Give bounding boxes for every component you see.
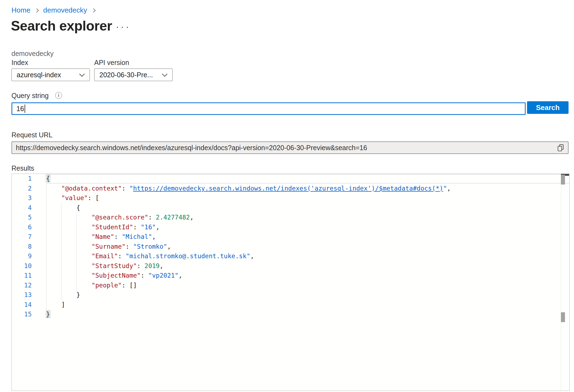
results-json-editor[interactable]: 1{2 "@odata.context": "https://demovedec…: [11, 174, 570, 391]
chevron-down-icon: [79, 71, 85, 77]
line-number: 12: [12, 281, 46, 290]
line-number: 14: [12, 300, 46, 310]
text-caret: [25, 105, 25, 113]
copy-icon: [557, 144, 564, 152]
info-circle-icon[interactable]: i: [55, 92, 62, 99]
line-number: 9: [12, 251, 46, 261]
query-input[interactable]: 16: [11, 102, 526, 115]
line-number: 2: [12, 184, 46, 194]
page-title: Search explorer: [11, 18, 112, 34]
line-number: 4: [12, 203, 46, 213]
line-number: 3: [12, 193, 46, 203]
code-line-1: 1{: [12, 174, 569, 184]
code-text: "StudentId": "16",: [46, 222, 569, 232]
breadcrumb-link-demovedecky[interactable]: demovedecky: [43, 6, 87, 14]
code-line-8: 8 "Surname": "Stromko",: [12, 242, 569, 252]
line-number: 7: [12, 232, 46, 242]
code-line-4: 4 {: [12, 203, 569, 213]
code-text: }: [46, 310, 569, 319]
page-subtitle: demovedecky: [11, 50, 54, 58]
search-button[interactable]: Search: [527, 101, 569, 114]
code-line-6: 6 "StudentId": "16",: [12, 222, 569, 232]
code-line-10: 10 "StartStudy": 2019,: [12, 261, 569, 271]
json-link[interactable]: https://demovedecky.search.windows.net/i…: [133, 185, 443, 192]
line-number: 15: [12, 310, 46, 319]
scrollbar-marker[interactable]: [561, 312, 565, 322]
breadcrumb-link-Home[interactable]: Home: [11, 6, 30, 14]
query-string-label: Query string: [11, 92, 49, 100]
more-options-button[interactable]: ···: [116, 21, 131, 32]
search-explorer-page: Homedemovedecky Search explorer ··· demo…: [0, 0, 574, 392]
line-number: 13: [12, 290, 46, 300]
code-line-15: 15}: [12, 310, 569, 319]
line-number: 5: [12, 213, 46, 222]
chevron-right-icon: [35, 8, 39, 13]
code-text: "value": [: [46, 193, 569, 203]
code-text: {: [46, 203, 569, 213]
copy-button[interactable]: [556, 143, 565, 153]
code-line-7: 7 "Name": "Michal",: [12, 232, 569, 242]
code-line-3: 3 "value": [: [12, 193, 569, 203]
code-line-11: 11 "SubjectName": "vp2021",: [12, 271, 569, 281]
code-line-5: 5 "@search.score": 2.4277482,: [12, 213, 569, 222]
line-number: 6: [12, 222, 46, 232]
index-dropdown-value: azuresql-index: [17, 71, 61, 79]
code-text: "people": []: [46, 281, 569, 290]
line-number: 1: [12, 174, 46, 184]
request-url-field[interactable]: https://demovedecky.search.windows.net/i…: [11, 141, 569, 154]
code-text: "@search.score": 2.4277482,: [46, 213, 569, 222]
code-text: "SubjectName": "vp2021",: [46, 271, 569, 281]
vertical-scrollbar-thumb[interactable]: [561, 175, 565, 185]
breadcrumb: Homedemovedecky: [11, 6, 100, 14]
line-number: 10: [12, 261, 46, 271]
index-dropdown[interactable]: azuresql-index: [11, 69, 90, 81]
api-version-dropdown-value: 2020-06-30-Pre...: [99, 71, 153, 79]
scrollbar-track: [561, 174, 561, 391]
code-text: "Surname": "Stromko",: [46, 242, 569, 252]
code-text: {: [46, 174, 569, 184]
code-text: ]: [46, 300, 569, 310]
code-line-9: 9 "Email": "michal.stromko@.student.tuke…: [12, 251, 569, 261]
code-text: "Email": "michal.stromko@.student.tuke.s…: [46, 251, 569, 261]
index-label: Index: [11, 59, 28, 67]
line-number: 8: [12, 242, 46, 252]
request-url-label: Request URL: [11, 131, 52, 139]
chevron-down-icon: [162, 71, 167, 77]
api-version-dropdown[interactable]: 2020-06-30-Pre...: [94, 69, 173, 81]
code-text: }: [46, 290, 569, 300]
request-url-value: https://demovedecky.search.windows.net/i…: [16, 144, 367, 152]
code-text: "@odata.context": "https://demovedecky.s…: [46, 184, 569, 194]
chevron-right-icon: [91, 8, 96, 13]
query-input-value: 16: [16, 105, 24, 113]
api-version-label: API version: [94, 59, 129, 67]
code-line-14: 14 ]: [12, 300, 569, 310]
code-text: "StartStudy": 2019,: [46, 261, 569, 271]
results-label: Results: [11, 164, 34, 172]
ellipsis-icon: ···: [116, 21, 131, 32]
code-line-2: 2 "@odata.context": "https://demovedecky…: [12, 184, 569, 194]
code-line-12: 12 "people": []: [12, 281, 569, 290]
code-text: "Name": "Michal",: [46, 232, 569, 242]
code-line-13: 13 }: [12, 290, 569, 300]
line-number: 11: [12, 271, 46, 281]
